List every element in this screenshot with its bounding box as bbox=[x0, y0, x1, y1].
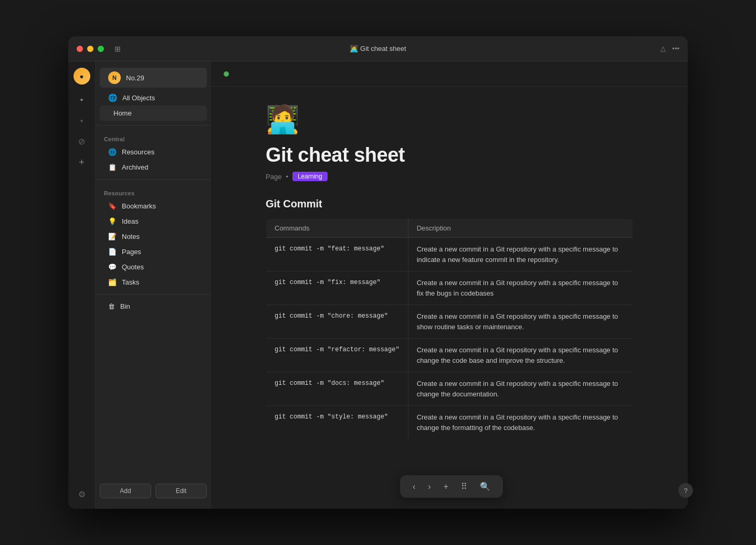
git-commit-table: Commands Description git commit -m "feat… bbox=[266, 218, 633, 439]
main-header bbox=[211, 61, 688, 87]
bookmarks-icon: 🔖 bbox=[108, 202, 117, 210]
all-objects-label: All Objects bbox=[122, 94, 155, 102]
icon-bar: ● ● ● ⊘ + ⚙ bbox=[68, 61, 96, 509]
table-row: git commit -m "style: message"Create a n… bbox=[266, 406, 633, 439]
bin-label: Bin bbox=[120, 302, 130, 310]
description-cell: Create a new commit in a Git repository … bbox=[408, 271, 633, 305]
all-objects-icon: 🌐 bbox=[108, 93, 117, 102]
circle-icon[interactable]: ● bbox=[74, 91, 90, 108]
tasks-label: Tasks bbox=[122, 278, 139, 286]
add-block-button[interactable]: + bbox=[442, 480, 450, 494]
page-tag[interactable]: Learning bbox=[292, 172, 328, 181]
table-row: git commit -m "chore: message"Create a n… bbox=[266, 305, 633, 339]
command-cell: git commit -m "style: message" bbox=[266, 406, 408, 439]
app-window: ⊞ 🧑‍💻 Git cheat sheet △ ••• ● ● ● ⊘ + ⚙ … bbox=[68, 36, 688, 509]
back-button[interactable]: ‹ bbox=[411, 480, 417, 494]
sidebar-item-resources[interactable]: 🌐 Resources bbox=[100, 144, 207, 160]
bin-icon: 🗑 bbox=[108, 302, 115, 310]
table-row: git commit -m "fix: message"Create a new… bbox=[266, 271, 633, 305]
workspace-item[interactable]: N No.29 bbox=[100, 68, 207, 88]
col-header-description: Description bbox=[408, 219, 633, 238]
sidebar-item-quotes[interactable]: 💬 Quotes bbox=[100, 259, 207, 275]
content-area: 🧑‍💻 Git cheat sheet Page • Learning Git … bbox=[234, 87, 665, 456]
more-icon[interactable]: ••• bbox=[672, 45, 679, 53]
sidebar-item-ideas[interactable]: 💡 Ideas bbox=[100, 214, 207, 229]
resources-label: Resources bbox=[122, 148, 154, 156]
home-item[interactable]: Home bbox=[100, 106, 207, 121]
page-title: Git cheat sheet bbox=[266, 144, 633, 166]
sidebar: N No.29 🌐 All Objects Home Central 🌐 Res… bbox=[96, 61, 211, 509]
main-area: 🧑‍💻 Git cheat sheet Page • Learning Git … bbox=[211, 61, 688, 509]
workspace-name: No.29 bbox=[126, 74, 144, 82]
sidebar-item-bin[interactable]: 🗑 Bin bbox=[100, 299, 207, 314]
search-button[interactable]: 🔍 bbox=[478, 479, 492, 494]
sidebar-bottom-actions: Add Edit bbox=[96, 479, 211, 502]
minimize-button[interactable] bbox=[87, 46, 93, 52]
description-cell: Create a new commit in a Git repository … bbox=[408, 372, 633, 406]
fullscreen-button[interactable] bbox=[98, 46, 104, 52]
pages-label: Pages bbox=[122, 248, 141, 256]
titlebar: ⊞ 🧑‍💻 Git cheat sheet △ ••• bbox=[68, 36, 688, 61]
sidebar-item-pages[interactable]: 📄 Pages bbox=[100, 244, 207, 259]
central-section-label: Central bbox=[96, 130, 211, 144]
page-meta: Page • Learning bbox=[266, 172, 633, 181]
command-cell: git commit -m "fix: message" bbox=[266, 271, 408, 305]
notes-icon: 📝 bbox=[108, 233, 117, 240]
command-cell: git commit -m "feat: message" bbox=[266, 238, 408, 271]
edit-button[interactable]: Edit bbox=[155, 484, 207, 498]
circle-gray-icon[interactable]: ● bbox=[74, 112, 90, 129]
divider-3 bbox=[96, 294, 211, 295]
ideas-icon: 💡 bbox=[108, 217, 117, 225]
quotes-label: Quotes bbox=[122, 263, 144, 271]
command-cell: git commit -m "chore: message" bbox=[266, 305, 408, 339]
plus-icon[interactable]: + bbox=[74, 154, 90, 171]
pages-icon: 📄 bbox=[108, 248, 117, 256]
archived-label: Archived bbox=[122, 163, 149, 171]
grid-view-button[interactable]: ⠿ bbox=[459, 479, 469, 494]
tasks-icon: 🗂️ bbox=[108, 278, 117, 286]
sidebar-item-archived[interactable]: 📋 Archived bbox=[100, 160, 207, 175]
page-emoji: 🧑‍💻 bbox=[266, 103, 633, 135]
help-label: ? bbox=[684, 487, 687, 495]
share-icon[interactable]: △ bbox=[660, 45, 666, 53]
status-dot bbox=[224, 71, 229, 77]
description-cell: Create a new commit in a Git repository … bbox=[408, 238, 633, 271]
sidebar-toggle[interactable]: ⊞ bbox=[114, 45, 121, 53]
titlebar-title: 🧑‍💻 Git cheat sheet bbox=[350, 45, 406, 53]
description-cell: Create a new commit in a Git repository … bbox=[408, 406, 633, 439]
main-content: ● ● ● ⊘ + ⚙ N No.29 🌐 All Objects Home bbox=[68, 61, 688, 509]
description-cell: Create a new commit in a Git repository … bbox=[408, 339, 633, 372]
col-header-commands: Commands bbox=[266, 219, 408, 238]
block-icon[interactable]: ⊘ bbox=[74, 133, 90, 150]
notes-label: Notes bbox=[122, 233, 140, 240]
resources-section-label: Resources bbox=[96, 184, 211, 198]
table-row: git commit -m "docs: message"Create a ne… bbox=[266, 372, 633, 406]
divider-2 bbox=[96, 179, 211, 180]
sidebar-item-bookmarks[interactable]: 🔖 Bookmarks bbox=[100, 198, 207, 214]
table-row: git commit -m "refactor: message"Create … bbox=[266, 339, 633, 372]
home-label: Home bbox=[113, 109, 132, 117]
sidebar-item-tasks[interactable]: 🗂️ Tasks bbox=[100, 275, 207, 290]
divider-1 bbox=[96, 125, 211, 125]
traffic-lights bbox=[77, 46, 104, 52]
bottom-toolbar: ‹ › + ⠿ 🔍 bbox=[400, 475, 503, 498]
archived-icon: 📋 bbox=[108, 163, 117, 171]
resources-icon: 🌐 bbox=[108, 148, 117, 156]
settings-icon[interactable]: ⚙ bbox=[74, 486, 90, 502]
titlebar-actions: △ ••• bbox=[660, 45, 679, 53]
titlebar-center: 🧑‍💻 Git cheat sheet bbox=[350, 45, 406, 53]
meta-page-label: Page bbox=[266, 173, 281, 181]
section-title: Git Commit bbox=[266, 198, 633, 210]
description-cell: Create a new commit in a Git repository … bbox=[408, 305, 633, 339]
command-cell: git commit -m "docs: message" bbox=[266, 372, 408, 406]
close-button[interactable] bbox=[77, 46, 83, 52]
add-button[interactable]: Add bbox=[100, 484, 151, 498]
forward-button[interactable]: › bbox=[426, 480, 433, 494]
command-cell: git commit -m "refactor: message" bbox=[266, 339, 408, 372]
sidebar-item-notes[interactable]: 📝 Notes bbox=[100, 229, 207, 244]
avatar[interactable]: ● bbox=[74, 68, 90, 85]
table-row: git commit -m "feat: message"Create a ne… bbox=[266, 238, 633, 271]
meta-separator: • bbox=[286, 173, 288, 181]
all-objects-item[interactable]: 🌐 All Objects bbox=[100, 90, 207, 106]
bookmarks-label: Bookmarks bbox=[122, 202, 156, 210]
